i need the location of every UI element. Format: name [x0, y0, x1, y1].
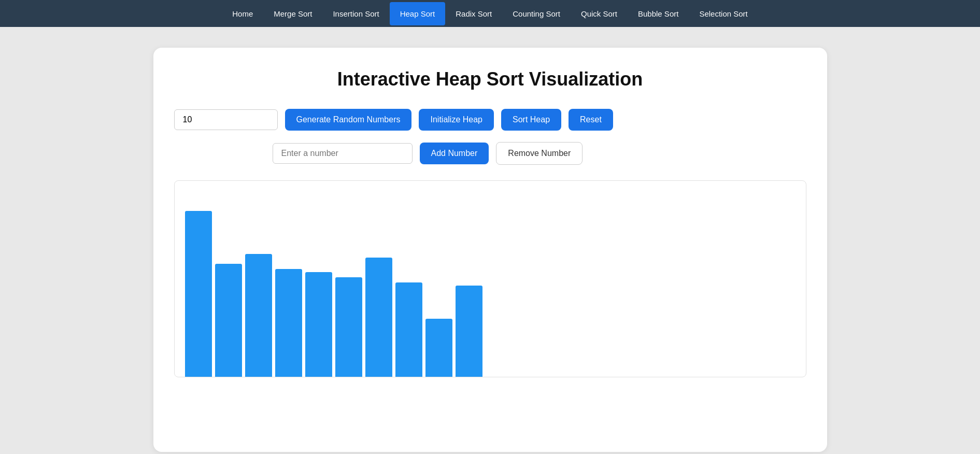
initialize-button[interactable]: Initialize Heap — [419, 109, 494, 131]
chart-bar — [245, 254, 272, 377]
page-title: Interactive Heap Sort Visualization — [174, 68, 806, 90]
controls-row: Generate Random Numbers Initialize Heap … — [174, 109, 806, 131]
add-button[interactable]: Add Number — [420, 143, 489, 164]
chart-bar — [456, 286, 482, 377]
chart-bar — [335, 277, 362, 377]
nav-item-quick-sort[interactable]: Quick Sort — [571, 2, 628, 25]
nav-item-selection-sort[interactable]: Selection Sort — [689, 2, 758, 25]
remove-button[interactable]: Remove Number — [496, 142, 583, 165]
navigation: HomeMerge SortInsertion SortHeap SortRad… — [0, 0, 980, 27]
chart-bar — [215, 264, 242, 377]
chart-container — [174, 180, 806, 377]
nav-item-merge-sort[interactable]: Merge Sort — [263, 2, 322, 25]
nav-item-insertion-sort[interactable]: Insertion Sort — [322, 2, 389, 25]
sort-button[interactable]: Sort Heap — [501, 109, 561, 131]
count-input[interactable] — [174, 109, 278, 130]
nav-item-bubble-sort[interactable]: Bubble Sort — [628, 2, 689, 25]
add-remove-row: Add Number Remove Number — [174, 142, 806, 165]
nav-item-home[interactable]: Home — [222, 2, 263, 25]
reset-button[interactable]: Reset — [569, 109, 613, 131]
generate-button[interactable]: Generate Random Numbers — [285, 109, 412, 131]
nav-item-counting-sort[interactable]: Counting Sort — [502, 2, 571, 25]
main-container: Interactive Heap Sort Visualization Gene… — [153, 48, 827, 452]
chart-bar — [305, 272, 332, 377]
chart-bar — [365, 258, 392, 377]
chart-bar — [275, 269, 302, 377]
chart-bar — [425, 319, 452, 377]
nav-item-heap-sort[interactable]: Heap Sort — [390, 2, 446, 25]
chart-bar — [395, 282, 422, 377]
number-input[interactable] — [273, 143, 413, 164]
nav-item-radix-sort[interactable]: Radix Sort — [445, 2, 502, 25]
chart-bar — [185, 211, 212, 377]
